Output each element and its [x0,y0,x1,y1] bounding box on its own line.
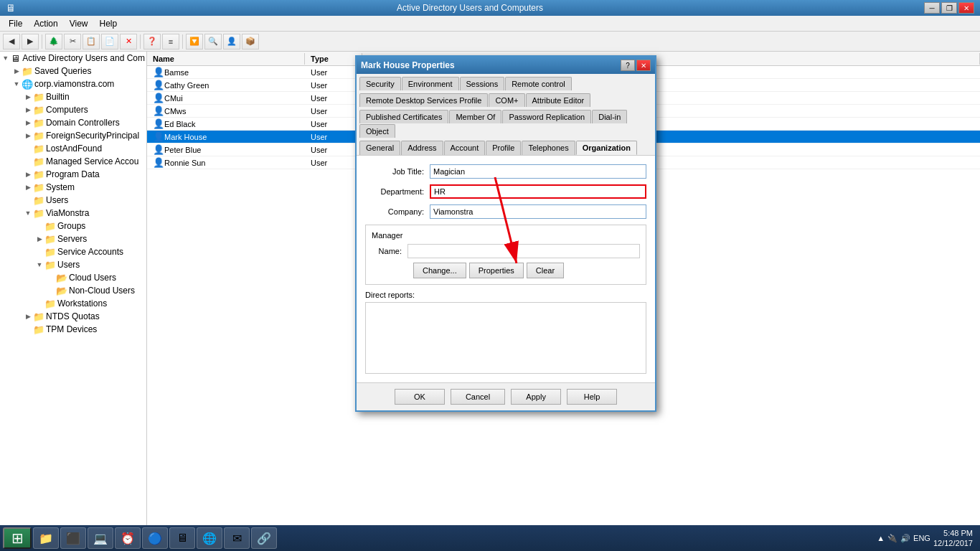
ok-button[interactable]: OK [395,389,445,405]
tree-saved-queries[interactable]: ▶ 📁 Saved Queries [0,65,146,77]
menu-help[interactable]: Help [94,17,123,30]
toolbar-cut[interactable]: ✂ [64,34,81,50]
taskbar-app-cmd[interactable]: 💻 [88,527,113,549]
restore-button[interactable]: ❐ [941,2,957,14]
tree-saved-queries-expand[interactable]: ▶ [11,66,22,76]
toolbar-search[interactable]: 🔍 [204,34,222,50]
tab-rdp[interactable]: Remote Desktop Services Profile [359,93,488,107]
tab-remote-control[interactable]: Remote control [505,77,572,90]
tab-password-replication[interactable]: Password Replication [502,110,591,123]
col-header-type[interactable]: Type [305,53,362,65]
toolbar-back[interactable]: ◀ [3,34,20,50]
tree-lostfound[interactable]: 📁 LostAndFound [0,142,146,155]
col-header-name[interactable]: Name [147,53,305,65]
toolbar-help[interactable]: ❓ [143,34,161,50]
tree-workstations[interactable]: 📁 Workstations [0,297,146,310]
tab-published-certs[interactable]: Published Certificates [359,110,448,123]
tree-service-accounts[interactable]: 📁 Service Accounts [0,245,146,258]
tree-msa[interactable]: 📁 Managed Service Accou [0,155,146,168]
tree-users-via[interactable]: ▼ 📁 Users [0,258,146,271]
tree-root[interactable]: ▼ 🖥 Active Directory Users and Com [0,52,146,65]
tree-servers-expand[interactable]: ▶ [34,234,44,244]
tree-viamonstra[interactable]: ▼ 📁 ViaMonstra [0,207,146,220]
tree-system-expand[interactable]: ▶ [23,182,33,192]
tab-dial-in[interactable]: Dial-in [592,110,627,123]
tab-telephones[interactable]: Telephones [522,141,575,155]
tree-users-root[interactable]: 📁 Users [0,194,146,207]
dialog-help-button[interactable]: ? [621,60,635,71]
tree-system[interactable]: ▶ 📁 System [0,181,146,194]
toolbar-filter[interactable]: 🔽 [186,34,203,50]
tree-lostfound-expand[interactable] [23,143,33,154]
cancel-button[interactable]: Cancel [451,389,505,405]
apply-button[interactable]: Apply [511,389,561,405]
tab-profile[interactable]: Profile [486,141,521,155]
toolbar-delegate[interactable]: 👤 [223,34,240,50]
toolbar-delete[interactable]: ✕ [120,34,137,50]
properties-button[interactable]: Properties [469,263,524,278]
tree-users-root-expand[interactable] [23,195,33,205]
tree-ntds-expand[interactable]: ▶ [23,311,33,321]
tab-com[interactable]: COM+ [489,93,524,107]
tab-member-of[interactable]: Member Of [449,110,501,123]
toolbar-forward[interactable]: ▶ [22,34,39,50]
tree-computers[interactable]: ▶ 📁 Computers [0,103,146,116]
clear-button[interactable]: Clear [527,263,564,278]
toolbar-paste[interactable]: 📄 [101,34,118,50]
toolbar-move[interactable]: 📦 [242,34,259,50]
toolbar-copy[interactable]: 📋 [83,34,100,50]
tab-account[interactable]: Account [444,141,486,155]
help-button[interactable]: Help [567,389,617,405]
tree-msa-expand[interactable] [23,156,33,166]
taskbar-app-mail[interactable]: ✉ [224,527,250,549]
tab-environment[interactable]: Environment [402,77,459,90]
tree-domain-controllers[interactable]: ▶ 📁 Domain Controllers [0,116,146,129]
taskbar-app-clock[interactable]: ⏰ [115,527,141,549]
tree-ncu-expand[interactable] [46,286,56,296]
tree-fsp-expand[interactable]: ▶ [23,131,33,141]
job-title-input[interactable] [430,164,646,179]
tree-pd-expand[interactable]: ▶ [23,169,33,179]
start-button[interactable]: ⊞ [3,527,32,549]
tab-object[interactable]: Object [359,124,395,138]
tree-cu-expand[interactable] [46,273,56,283]
menu-action[interactable]: Action [28,17,63,30]
tray-arrow[interactable]: ▲ [877,534,885,542]
taskbar-app-ie[interactable]: 🌐 [197,527,222,549]
manager-name-input[interactable] [407,244,640,258]
tree-programdata[interactable]: ▶ 📁 Program Data [0,168,146,181]
tree-ws-expand[interactable] [34,298,44,309]
tree-builtin-expand[interactable]: ▶ [23,92,33,102]
taskbar-app-rdp[interactable]: 🖥 [169,527,195,549]
tab-address[interactable]: Address [401,141,443,155]
menu-view[interactable]: View [64,17,94,30]
tree-servers[interactable]: ▶ 📁 Servers [0,232,146,245]
tab-security[interactable]: Security [359,77,401,90]
tab-attribute-editor[interactable]: Attribute Editor [526,93,591,107]
tree-dc-expand[interactable]: ▶ [23,118,33,128]
tab-general[interactable]: General [359,141,400,155]
tree-groups-expand[interactable] [34,221,44,231]
taskbar-app-net[interactable]: 🔗 [251,527,277,549]
tree-groups[interactable]: 📁 Groups [0,220,146,232]
tree-ntds[interactable]: ▶ 📁 NTDS Quotas [0,310,146,323]
tree-tpm-expand[interactable] [23,324,33,334]
tree-domain[interactable]: ▼ 🌐 corp.viamonstra.com [0,77,146,90]
tree-fsp[interactable]: ▶ 📁 ForeignSecurityPrincipal [0,129,146,142]
close-button[interactable]: ✕ [958,2,974,14]
tree-root-expand[interactable]: ▼ [1,53,9,63]
toolbar-details[interactable]: ≡ [162,34,179,50]
dialog-close-button[interactable]: ✕ [636,60,651,71]
change-button[interactable]: Change... [413,263,466,278]
tree-users-via-expand[interactable]: ▼ [34,260,44,270]
tree-tpm[interactable]: 📁 TPM Devices [0,323,146,336]
taskbar-time[interactable]: 5:48 PM 12/12/2017 [933,528,973,549]
menu-file[interactable]: File [3,17,28,30]
tab-organization[interactable]: Organization [576,141,637,155]
tree-cloud-users[interactable]: 📂 Cloud Users [0,271,146,284]
minimize-button[interactable]: ─ [924,2,940,14]
company-input[interactable] [430,204,646,219]
tree-non-cloud-users[interactable]: 📂 Non-Cloud Users [0,284,146,297]
tree-builtin[interactable]: ▶ 📁 Builtin [0,90,146,103]
toolbar-tree[interactable]: 🌲 [45,34,62,50]
